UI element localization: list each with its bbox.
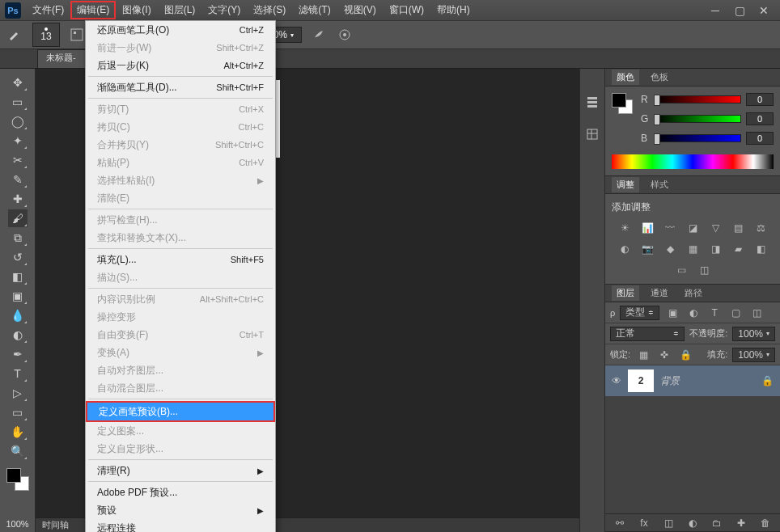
marquee-tool[interactable]: ▭ <box>8 93 28 111</box>
r-slider[interactable] <box>655 95 741 103</box>
stamp-tool[interactable]: ⧉ <box>8 229 28 247</box>
r-value[interactable]: 0 <box>746 93 774 106</box>
heal-tool[interactable]: ✚ <box>8 190 28 208</box>
history-icon[interactable] <box>583 93 601 111</box>
levels-icon[interactable]: 📊 <box>639 221 655 235</box>
menu-edit[interactable]: 编辑(E) <box>70 1 116 19</box>
hand-tool[interactable]: ✋ <box>8 423 28 441</box>
color-picker-swatches[interactable] <box>6 468 29 491</box>
move-tool[interactable]: ✥ <box>8 74 28 91</box>
tool-preset-icon[interactable] <box>6 26 24 44</box>
new-group-icon[interactable]: 🗀 <box>709 516 725 530</box>
brightness-icon[interactable]: ☀ <box>617 221 633 235</box>
lock-pixels-icon[interactable]: ▦ <box>635 348 651 362</box>
gradient-tool[interactable]: ▣ <box>8 287 28 305</box>
edit-menu-item[interactable]: 后退一步(K)Alt+Ctrl+Z <box>86 57 275 74</box>
menu-type[interactable]: 文字(Y) <box>201 1 247 19</box>
exposure-icon[interactable]: ◪ <box>685 221 701 235</box>
hue-icon[interactable]: ▤ <box>730 221 746 235</box>
eyedropper-tool[interactable]: ✎ <box>8 171 28 188</box>
menu-help[interactable]: 帮助(H) <box>430 1 477 19</box>
layer-fx-icon[interactable]: fx <box>636 516 652 530</box>
wand-tool[interactable]: ✦ <box>8 132 28 150</box>
blur-tool[interactable]: 💧 <box>8 306 28 324</box>
posterize-icon[interactable]: ▰ <box>730 242 746 256</box>
properties-icon[interactable] <box>583 125 601 143</box>
lock-position-icon[interactable]: ✜ <box>656 348 672 362</box>
layer-filter-combo[interactable]: 类型≑ <box>620 306 659 320</box>
link-layers-icon[interactable]: ⚯ <box>612 516 628 530</box>
filter-type-icon[interactable]: T <box>706 306 723 320</box>
layer-opacity-input[interactable]: 100%▾ <box>732 327 775 341</box>
filter-shape-icon[interactable]: ▢ <box>727 306 744 320</box>
photofilter-icon[interactable]: 📷 <box>639 242 655 256</box>
menu-select[interactable]: 选择(S) <box>247 1 292 19</box>
pen-tool[interactable]: ✒ <box>8 345 28 363</box>
color-swatch-icon[interactable] <box>612 93 633 114</box>
delete-layer-icon[interactable]: 🗑 <box>757 516 774 530</box>
layer-fill-input[interactable]: 100%▾ <box>732 348 775 362</box>
edit-menu-item[interactable]: 定义画笔预设(B)... <box>87 403 273 420</box>
gradientmap-icon[interactable]: ▭ <box>673 263 689 277</box>
maximize-button[interactable]: ▢ <box>728 3 751 18</box>
menu-filter[interactable]: 滤镜(T) <box>292 1 337 19</box>
document-tab[interactable]: 未标题- <box>37 49 88 68</box>
pressure-size-icon[interactable] <box>336 26 354 44</box>
type-tool[interactable]: T <box>8 365 28 382</box>
blend-mode-combo[interactable]: 正常≑ <box>610 327 685 341</box>
threshold-icon[interactable]: ◧ <box>752 242 769 256</box>
edit-menu-item[interactable]: Adobe PDF 预设... <box>86 483 275 501</box>
dodge-tool[interactable]: ◐ <box>8 326 28 344</box>
close-button[interactable]: ✕ <box>752 3 775 18</box>
tab-channels[interactable]: 通道 <box>646 285 673 301</box>
airbrush-icon[interactable] <box>310 26 328 44</box>
lock-all-icon[interactable]: 🔒 <box>677 348 693 362</box>
tab-paths[interactable]: 路径 <box>680 285 707 301</box>
invert-icon[interactable]: ◨ <box>707 242 723 256</box>
background-layer-row[interactable]: 👁 2 背景 🔒 <box>605 365 780 396</box>
zoom-tool[interactable]: 🔍 <box>8 442 28 460</box>
minimize-button[interactable]: ─ <box>704 3 727 18</box>
history-brush-tool[interactable]: ↺ <box>8 248 28 266</box>
edit-menu-item[interactable]: 渐隐画笔工具(D)...Shift+Ctrl+F <box>86 78 275 96</box>
path-select-tool[interactable]: ▷ <box>8 384 28 402</box>
menu-image[interactable]: 图像(I) <box>116 1 157 19</box>
tab-layers[interactable]: 图层 <box>612 285 639 301</box>
brush-panel-toggle-icon[interactable] <box>68 26 86 44</box>
edit-menu-item[interactable]: 远程连接 <box>86 519 275 532</box>
edit-menu-item[interactable]: 填充(L)...Shift+F5 <box>86 251 275 268</box>
balance-icon[interactable]: ⚖ <box>752 221 769 235</box>
filter-image-icon[interactable]: ▣ <box>664 306 680 320</box>
bw-icon[interactable]: ◐ <box>617 242 633 256</box>
eraser-tool[interactable]: ◧ <box>8 268 28 285</box>
brush-tool[interactable]: 🖌 <box>8 209 28 227</box>
tab-styles[interactable]: 样式 <box>646 177 673 192</box>
selective-icon[interactable]: ◫ <box>696 263 712 277</box>
edit-menu-item[interactable]: 清理(R)▶ <box>86 462 275 479</box>
tab-swatch[interactable]: 色板 <box>646 70 673 85</box>
menu-view[interactable]: 视图(V) <box>337 1 383 19</box>
new-layer-icon[interactable]: ✚ <box>733 516 749 530</box>
spectrum-bar[interactable] <box>612 154 774 169</box>
shape-tool[interactable]: ▭ <box>8 403 28 421</box>
menu-window[interactable]: 窗口(W) <box>383 1 430 19</box>
lookup-icon[interactable]: ▦ <box>685 242 701 256</box>
tab-color[interactable]: 颜色 <box>612 70 639 85</box>
menu-file[interactable]: 文件(F) <box>26 1 70 19</box>
new-adjust-icon[interactable]: ◐ <box>685 516 701 530</box>
brush-preset-picker[interactable]: 13 <box>32 23 60 47</box>
layer-name[interactable]: 背景 <box>660 374 680 388</box>
g-slider[interactable] <box>655 115 741 123</box>
menu-layer[interactable]: 图层(L) <box>158 1 202 19</box>
b-slider[interactable] <box>655 134 741 142</box>
edit-menu-item[interactable]: 还原画笔工具(O)Ctrl+Z <box>86 21 275 39</box>
filter-adjust-icon[interactable]: ◐ <box>685 306 702 320</box>
curves-icon[interactable]: 〰 <box>662 221 678 235</box>
lasso-tool[interactable]: ◯ <box>8 112 28 130</box>
vibrance-icon[interactable]: ▽ <box>707 221 723 235</box>
g-value[interactable]: 0 <box>746 112 774 125</box>
mixer-icon[interactable]: ◆ <box>662 242 678 256</box>
tab-adjust[interactable]: 调整 <box>612 177 639 192</box>
edit-menu-item[interactable]: 预设▶ <box>86 501 275 519</box>
visibility-icon[interactable]: 👁 <box>612 375 621 386</box>
